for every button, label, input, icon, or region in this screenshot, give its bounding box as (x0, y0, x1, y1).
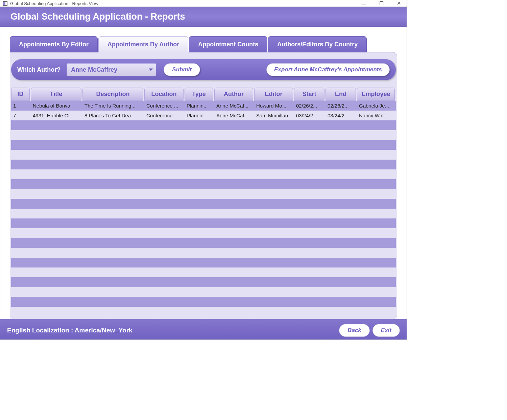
table-row-empty (11, 238, 396, 248)
cell-editor: Sam Mcmillan (254, 113, 293, 118)
window-controls: — ☐ ✕ (359, 0, 404, 6)
table-row[interactable]: 1Nebula of BonvaThe Time Is Running...Co… (11, 101, 396, 111)
column-header-start[interactable]: Start (294, 88, 324, 101)
tab-appointment-counts[interactable]: Appointment Counts (189, 36, 267, 52)
cell-desc: The Time Is Running... (82, 103, 143, 109)
cell-editor: Howard Mo... (254, 103, 293, 109)
column-header-desc[interactable]: Description (82, 88, 143, 101)
cell-emp: Nancy Wint... (357, 113, 395, 118)
tablist: Appointments By EditorAppointments By Au… (10, 36, 397, 52)
table-row-empty (11, 120, 396, 130)
cell-end: 03/24/2... (325, 113, 356, 118)
author-select[interactable]: Anne McCaffrey (67, 63, 156, 76)
column-header-title[interactable]: Title (31, 88, 81, 101)
table-header-row: IDTitleDescriptionLocationTypeAuthorEdit… (11, 88, 396, 101)
app-icon (3, 1, 7, 6)
tab-appointments-by-editor[interactable]: Appointments By Editor (10, 36, 98, 52)
column-header-type[interactable]: Type (185, 88, 213, 101)
column-header-emp[interactable]: Employee (357, 88, 395, 101)
localization-label: English Localization : America/New_York (7, 327, 132, 334)
maximize-button[interactable]: ☐ (376, 0, 386, 6)
content-area: Appointments By EditorAppointments By Au… (0, 27, 407, 319)
cell-author: Anne McCaf... (214, 113, 253, 118)
chevron-down-icon (149, 69, 153, 71)
page-header: Global Scheduling Application - Reports (0, 7, 407, 27)
footer-bar: English Localization : America/New_York … (0, 319, 407, 340)
table-row-empty (11, 140, 396, 150)
table-row-empty (11, 218, 396, 228)
titlebar: Global Scheduling Application - Reports … (0, 0, 407, 7)
column-header-end[interactable]: End (325, 88, 356, 101)
cell-title: Nebula of Bonva (31, 103, 81, 109)
submit-button[interactable]: Submit (164, 63, 200, 76)
column-header-loc[interactable]: Location (144, 88, 184, 101)
export-button[interactable]: Export Anne McCaffrey's Appointments (266, 63, 390, 76)
column-header-editor[interactable]: Editor (254, 88, 293, 101)
table-row-empty (11, 248, 396, 258)
cell-desc: 8 Places To Get Dea... (82, 113, 143, 118)
filter-bar: Which Author? Anne McCaffrey Submit Expo… (11, 59, 396, 80)
cell-id: 1 (11, 103, 30, 109)
tab-appointments-by-author[interactable]: Appointments By Author (98, 36, 188, 52)
cell-title: 4931: Hubble Gl... (31, 113, 81, 118)
table-row-empty (11, 179, 396, 189)
table-row-empty (11, 150, 396, 160)
exit-button[interactable]: Exit (372, 324, 400, 337)
cell-start: 03/24/2... (294, 113, 324, 118)
table-row-empty (11, 169, 396, 179)
table-row-empty (11, 287, 396, 297)
cell-type: Plannin... (185, 113, 213, 118)
author-select-value[interactable]: Anne McCaffrey (67, 63, 156, 76)
close-button[interactable]: ✕ (394, 0, 404, 6)
table-row-empty (11, 189, 396, 199)
table-row-empty (11, 199, 396, 209)
appointments-table: IDTitleDescriptionLocationTypeAuthorEdit… (11, 88, 396, 307)
column-header-author[interactable]: Author (214, 88, 253, 101)
table-row-empty (11, 209, 396, 218)
table-row[interactable]: 74931: Hubble Gl...8 Places To Get Dea..… (11, 111, 396, 120)
cell-start: 02/26/2... (294, 103, 324, 109)
table-row-empty (11, 160, 396, 169)
page-title: Global Scheduling Application - Reports (10, 11, 396, 22)
filter-label: Which Author? (17, 66, 61, 73)
table-row-empty (11, 277, 396, 287)
table-row-empty (11, 228, 396, 238)
cell-author: Anne McCaf... (214, 103, 253, 109)
table-row-empty (11, 130, 396, 140)
cell-id: 7 (11, 113, 30, 118)
window-title: Global Scheduling Application - Reports … (10, 1, 359, 6)
back-button[interactable]: Back (339, 324, 370, 337)
tab-panel: Which Author? Anne McCaffrey Submit Expo… (10, 52, 397, 319)
table-row-empty (11, 267, 396, 277)
table-body: 1Nebula of BonvaThe Time Is Running...Co… (11, 101, 396, 307)
table-row-empty (11, 258, 396, 267)
minimize-button[interactable]: — (359, 1, 369, 6)
cell-emp: Gabriela Je... (357, 103, 395, 109)
table-row-empty (11, 297, 396, 307)
cell-type: Plannin... (185, 103, 213, 109)
app-window: Global Scheduling Application - Reports … (0, 0, 407, 340)
column-header-id[interactable]: ID (11, 88, 30, 101)
cell-loc: Conference ... (144, 103, 184, 109)
cell-end: 02/26/2... (325, 103, 356, 109)
tab-authors-editors-by-country[interactable]: Authors/Editors By Country (268, 36, 367, 52)
cell-loc: Conference ... (144, 113, 184, 118)
